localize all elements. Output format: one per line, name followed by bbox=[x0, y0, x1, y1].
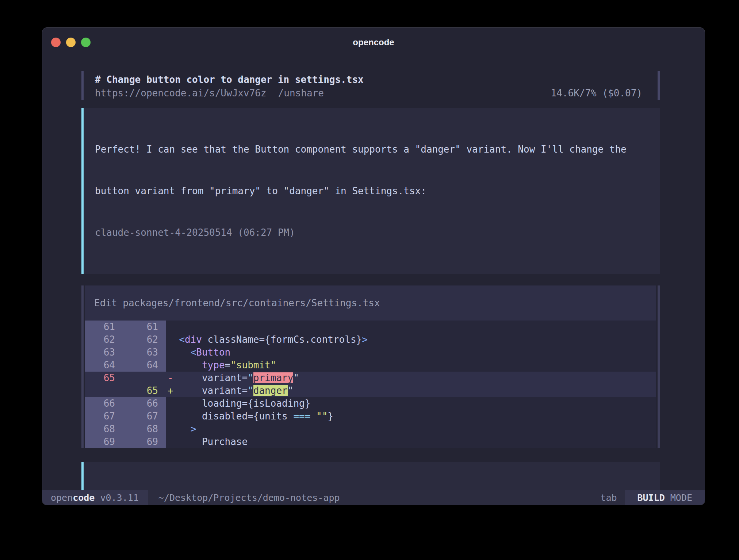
edit-left-border bbox=[81, 285, 84, 448]
app-version: v0.3.11 bbox=[100, 492, 138, 503]
edit-file-title: Edit packages/frontend/src/containers/Se… bbox=[85, 285, 656, 321]
token-usage-stats: 14.6K/7% ($0.07) bbox=[551, 87, 642, 100]
diff-row: 6969 Purchase bbox=[85, 436, 656, 448]
diff-old-lineno: 67 bbox=[85, 410, 126, 423]
diff-code-line: <div className={formCs.controls}> bbox=[166, 333, 656, 346]
diff-old-lineno: 65 bbox=[85, 372, 126, 384]
diff-old-lineno: 61 bbox=[85, 321, 126, 333]
diff-old-lineno: 68 bbox=[85, 423, 126, 436]
diff-code-line: - variant="primary" bbox=[166, 372, 656, 384]
diff-code-line bbox=[166, 321, 656, 333]
edit-right-border bbox=[658, 285, 660, 448]
diff-new-lineno: 65 bbox=[126, 384, 166, 397]
diff-row: 65+ variant="danger" bbox=[85, 384, 656, 397]
diff-code-line: + variant="danger" bbox=[166, 384, 656, 397]
diff-code-line: type="submit" bbox=[166, 359, 656, 372]
main-content: # Change button color to danger in setti… bbox=[42, 71, 705, 505]
status-bar: opencodev0.3.11 ~/Desktop/Projects/demo-… bbox=[42, 490, 705, 505]
message-meta: claude-sonnet-4-20250514 (06:27 PM) bbox=[95, 226, 651, 239]
assistant-message: Perfect! I can see that the Button compo… bbox=[81, 108, 660, 274]
diff-code-line: > bbox=[166, 423, 656, 436]
header-right-border bbox=[658, 71, 660, 100]
diff-new-lineno bbox=[126, 372, 166, 384]
message-line: Perfect! I can see that the Button compo… bbox=[95, 142, 651, 156]
session-header: # Change button color to danger in setti… bbox=[81, 71, 660, 100]
diff-row: 6161 bbox=[85, 321, 656, 333]
mode-suffix: MODE bbox=[670, 492, 692, 503]
diff-new-lineno: 61 bbox=[126, 321, 166, 333]
diff-row: 6464 type="submit" bbox=[85, 359, 656, 372]
opencode-window: opencode # Change button color to danger… bbox=[42, 27, 705, 505]
mode-chip[interactable]: BUILDMODE bbox=[625, 490, 705, 505]
edit-tool-card: Edit packages/frontend/src/containers/Se… bbox=[81, 285, 660, 448]
unshare-command[interactable]: /unshare bbox=[278, 87, 324, 100]
header-left-border bbox=[81, 71, 84, 100]
diff-new-lineno: 67 bbox=[126, 410, 166, 423]
diff-code-line: Purchase bbox=[166, 436, 656, 448]
diff-code-line: <Button bbox=[166, 346, 656, 359]
diff-row: 6363 <Button bbox=[85, 346, 656, 359]
diff-new-lineno: 66 bbox=[126, 397, 166, 410]
tab-key-hint[interactable]: tab bbox=[600, 492, 617, 503]
diff-rows: 61616262 <div className={formCs.controls… bbox=[85, 321, 656, 448]
diff-old-lineno: 69 bbox=[85, 436, 126, 448]
diff-new-lineno: 64 bbox=[126, 359, 166, 372]
diff-new-lineno: 62 bbox=[126, 333, 166, 346]
window-title: opencode bbox=[42, 37, 705, 47]
diff-old-lineno: 66 bbox=[85, 397, 126, 410]
diff-row: 6262 <div className={formCs.controls}> bbox=[85, 333, 656, 346]
diff-new-lineno: 63 bbox=[126, 346, 166, 359]
diff-row: 65- variant="primary" bbox=[85, 372, 656, 384]
diff-new-lineno: 68 bbox=[126, 423, 166, 436]
message-line: button variant from "primary" to "danger… bbox=[95, 184, 651, 198]
diff-code-line: disabled={units === ""} bbox=[166, 410, 656, 423]
diff-code-line: loading={isLoading} bbox=[166, 397, 656, 410]
app-version-chip: opencodev0.3.11 bbox=[42, 490, 148, 505]
diff-row: 6666 loading={isLoading} bbox=[85, 397, 656, 410]
diff-new-lineno: 69 bbox=[126, 436, 166, 448]
session-title: # Change button color to danger in setti… bbox=[95, 73, 642, 87]
share-url-link[interactable]: https://opencode.ai/s/UwJxv76z bbox=[95, 87, 267, 100]
diff-old-lineno bbox=[85, 384, 126, 397]
mode-name: BUILD bbox=[637, 492, 665, 503]
diff-old-lineno: 62 bbox=[85, 333, 126, 346]
diff-old-lineno: 64 bbox=[85, 359, 126, 372]
app-name-open: open bbox=[51, 492, 73, 503]
working-directory: ~/Desktop/Projects/demo-notes-app bbox=[158, 492, 340, 503]
app-name-code: code bbox=[73, 492, 95, 503]
diff-row: 6868 > bbox=[85, 423, 656, 436]
desktop-background: opencode # Change button color to danger… bbox=[0, 0, 739, 560]
diff-row: 6767 disabled={units === ""} bbox=[85, 410, 656, 423]
titlebar[interactable]: opencode bbox=[42, 28, 705, 50]
diff-old-lineno: 63 bbox=[85, 346, 126, 359]
